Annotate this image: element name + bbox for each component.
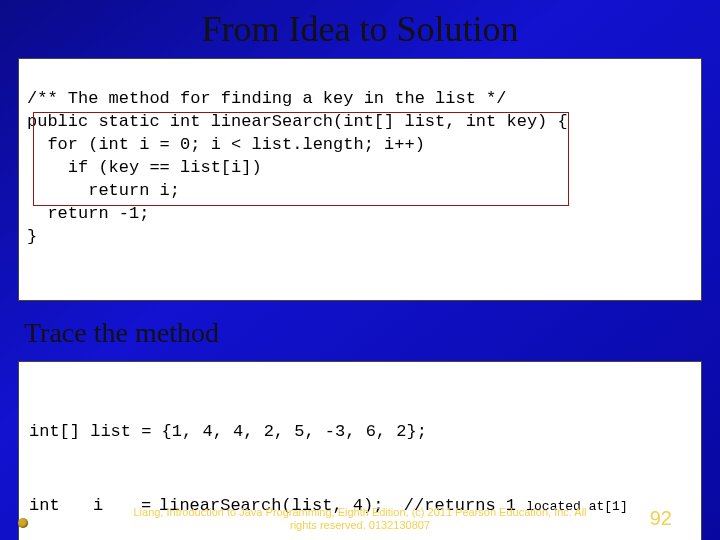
code-line: for (int i = 0; i < list.length; i++)	[27, 135, 425, 154]
slide: From Idea to Solution /** The method for…	[0, 0, 720, 540]
code-block-method: /** The method for finding a key in the …	[18, 58, 702, 301]
code-line: /** The method for finding a key in the …	[27, 89, 506, 108]
subtitle: Trace the method	[24, 317, 702, 349]
footer-line: Liang, Introduction to Java Programming,…	[133, 506, 586, 518]
footer: Liang, Introduction to Java Programming,…	[0, 506, 720, 532]
footer-line: rights reserved. 0132130807	[290, 519, 430, 531]
code-line: if (key == list[i])	[27, 158, 262, 177]
code-line: return i;	[27, 181, 180, 200]
slide-title: From Idea to Solution	[18, 8, 702, 50]
page-number: 92	[650, 507, 672, 530]
trace-decl: int[] list = {1, 4, 4, 2, 5, -3, 6, 2};	[29, 420, 691, 445]
code-line: }	[27, 227, 37, 246]
code-line: public static int linearSearch(int[] lis…	[27, 112, 568, 131]
code-line: return -1;	[27, 204, 149, 223]
